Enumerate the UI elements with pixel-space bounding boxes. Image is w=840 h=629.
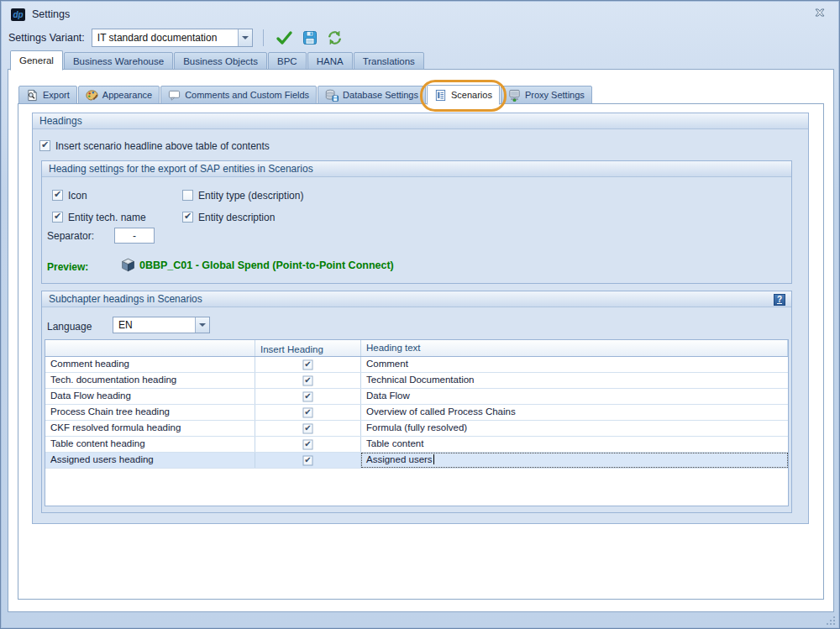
subtab-label: Proxy Settings	[525, 90, 585, 100]
tab-database-settings[interactable]: Database Settings	[318, 86, 426, 104]
icon-checkbox[interactable]	[52, 190, 63, 201]
tab-proxy-settings[interactable]: Proxy Settings	[501, 86, 592, 104]
entity-description-option-row: Entity description	[182, 211, 275, 223]
column-header-heading-text[interactable]: Heading text	[361, 340, 788, 356]
tab-business-objects[interactable]: Business Objects	[174, 52, 267, 70]
app-logo-icon: dp	[11, 8, 25, 21]
table-row[interactable]: Process Chain tree heading Overview of c…	[45, 405, 788, 421]
tab-appearance[interactable]: Appearance	[78, 86, 160, 104]
insert-heading-checkbox[interactable]	[303, 439, 313, 449]
group-title-label: Subchapter headings in Scenarios	[49, 293, 202, 305]
insert-heading-checkbox[interactable]	[303, 391, 313, 401]
row-text-cell[interactable]: Table content	[361, 437, 788, 452]
settings-variant-value: IT standard documentation	[92, 32, 238, 44]
toolbar: Settings Variant: IT standard documentat…	[3, 26, 837, 50]
table-row[interactable]: Data Flow heading Data Flow	[45, 389, 788, 405]
column-header-insert-heading[interactable]: Insert Heading	[255, 340, 361, 356]
table-row[interactable]: Comment heading Comment	[45, 357, 788, 373]
row-name-cell[interactable]: Process Chain tree heading	[45, 405, 255, 420]
subtab-label: Comments and Custom Fields	[185, 90, 309, 100]
edit-cell-value: Assigned users	[366, 454, 433, 464]
row-insert-cell[interactable]	[255, 405, 361, 420]
row-name-cell[interactable]: Table content heading	[45, 437, 255, 452]
language-combo[interactable]: EN	[113, 317, 210, 333]
row-text-cell[interactable]: Comment	[361, 357, 788, 372]
tab-scenarios[interactable]: Scenarios	[427, 85, 500, 105]
entity-description-checkbox[interactable]	[182, 212, 193, 223]
subchapter-group-title: Subchapter headings in Scenarios ?	[42, 291, 791, 307]
settings-variant-label: Settings Variant:	[8, 32, 85, 44]
row-name-cell[interactable]: Assigned users heading	[45, 453, 255, 468]
chevron-down-icon[interactable]	[238, 29, 252, 46]
comment-icon	[168, 89, 181, 102]
preview-line: 0BBP_C01 - Global Spend (Point-to-Point …	[121, 258, 394, 272]
entity-tech-name-label: Entity tech. name	[68, 212, 146, 223]
table-row[interactable]: CKF resolved formula heading Formula (fu…	[45, 421, 788, 437]
row-insert-cell[interactable]	[255, 357, 361, 372]
settings-window: dp Settings Settings Variant: IT standar…	[0, 0, 840, 629]
row-insert-cell[interactable]	[255, 389, 361, 404]
separator-label: Separator:	[47, 230, 94, 242]
settings-variant-combo[interactable]: IT standard documentation	[92, 29, 253, 47]
insert-scenario-headline-checkbox[interactable]	[39, 140, 50, 151]
tab-general[interactable]: General	[10, 50, 63, 71]
tab-label: Translations	[363, 56, 415, 66]
insert-heading-checkbox[interactable]	[303, 359, 313, 370]
tab-label: Business Objects	[183, 56, 258, 66]
entity-description-label: Entity description	[198, 212, 275, 223]
insert-heading-checkbox[interactable]	[303, 375, 313, 385]
tab-business-warehouse[interactable]: Business Warehouse	[64, 52, 173, 70]
row-insert-cell[interactable]	[255, 421, 361, 436]
row-text-cell[interactable]: Technical Documentation	[361, 373, 788, 388]
table-row[interactable]: Table content heading Table content	[45, 437, 788, 453]
title-bar[interactable]: dp Settings	[3, 3, 837, 25]
close-icon[interactable]	[813, 7, 827, 20]
separator-value: -	[133, 230, 136, 242]
tab-translations[interactable]: Translations	[354, 52, 424, 70]
tab-bpc[interactable]: BPC	[268, 52, 307, 70]
row-text-edit-cell[interactable]: Assigned users	[361, 453, 788, 468]
row-name-cell[interactable]: CKF resolved formula heading	[45, 421, 255, 436]
main-tab-strip: General Business Warehouse Business Obje…	[10, 50, 424, 70]
tab-export[interactable]: Export	[18, 86, 77, 104]
refresh-icon[interactable]	[325, 28, 345, 48]
help-icon[interactable]: ?	[774, 294, 785, 306]
save-floppy-icon[interactable]	[300, 28, 320, 48]
group-title-label: Headings	[39, 115, 82, 127]
subchapter-headings-table: Insert Heading Heading text Comment head…	[45, 339, 789, 506]
entity-type-checkbox[interactable]	[182, 190, 193, 201]
chevron-down-icon[interactable]	[195, 317, 209, 333]
row-name-cell[interactable]: Tech. documentation heading	[45, 373, 255, 388]
row-name-cell[interactable]: Comment heading	[45, 357, 255, 372]
apply-check-icon[interactable]	[275, 28, 295, 48]
table-header-row[interactable]: Insert Heading Heading text	[45, 340, 788, 357]
resize-grip[interactable]	[825, 615, 835, 625]
tab-comments-custom-fields[interactable]: Comments and Custom Fields	[160, 86, 317, 104]
insert-heading-checkbox[interactable]	[303, 423, 313, 433]
row-insert-cell[interactable]	[255, 437, 361, 452]
table-row-selected[interactable]: Assigned users heading Assigned users	[45, 453, 788, 469]
subtab-label: Appearance	[102, 90, 152, 100]
insert-scenario-headline-label: Insert scenario headline above table of …	[55, 140, 270, 152]
row-text-cell[interactable]: Formula (fully resolved)	[361, 421, 788, 436]
icon-label: Icon	[68, 190, 87, 202]
tab-label: General	[19, 55, 54, 66]
row-name-cell[interactable]: Data Flow heading	[45, 389, 255, 404]
tab-hana[interactable]: HANA	[307, 52, 353, 70]
separator-input[interactable]: -	[114, 228, 155, 244]
column-header-name[interactable]	[45, 340, 255, 356]
preview-text: 0BBP_C01 - Global Spend (Point-to-Point …	[139, 259, 394, 271]
row-text-cell[interactable]: Data Flow	[361, 389, 788, 404]
entity-tech-name-option-row: Entity tech. name	[52, 211, 146, 223]
row-text-cell[interactable]: Overview of called Process Chains	[361, 405, 788, 420]
heading-settings-group-title: Heading settings for the export of SAP e…	[42, 161, 791, 177]
table-row[interactable]: Tech. documentation heading Technical Do…	[45, 373, 788, 389]
insert-heading-checkbox[interactable]	[303, 455, 313, 465]
window-title: Settings	[32, 8, 70, 20]
insert-heading-checkbox[interactable]	[303, 407, 313, 417]
entity-tech-name-checkbox[interactable]	[52, 212, 63, 223]
row-insert-cell[interactable]	[255, 453, 361, 468]
tab-label: Business Warehouse	[73, 56, 164, 66]
row-insert-cell[interactable]	[255, 373, 361, 388]
language-label: Language	[47, 321, 92, 333]
